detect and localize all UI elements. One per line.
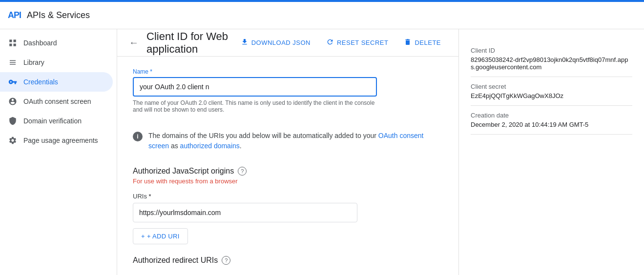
info-text-1: The domains of the URIs you add below wi… [148,132,378,139]
sidebar-item-credentials[interactable]: Credentials [0,72,113,92]
page-title: Client ID for Web application [146,30,235,56]
sidebar-label-page-usage: Page usage agreements [23,137,98,144]
sidebar-item-domain-verification[interactable]: Domain verification [0,111,113,131]
name-hint: The name of your OAuth 2.0 client. This … [133,99,377,113]
sidebar-label-library: Library [23,59,44,66]
client-id-row: Client ID 829635038242-drf2vp98013ojkn0k… [471,41,632,77]
redirect-title: Authorized redirect URIs ? [133,256,443,265]
uris-label: URIs * [133,193,443,200]
redirect-section: Authorized redirect URIs ? [133,256,443,265]
api-logo: API [8,10,21,20]
reset-secret-button[interactable]: RESET SECRET [320,34,394,51]
add-uri-label: + ADD URI [147,233,180,240]
bars-icon [8,58,18,67]
authorized-domains-link[interactable]: authorized domains [180,142,240,150]
client-secret-value: EzE4pjQQlTgKkWGagOwX8JOz [471,92,632,99]
creation-date-row: Creation date December 2, 2020 at 10:44:… [471,106,632,135]
info-banner-text: The domains of the URIs you add below wi… [148,131,443,151]
grid-icon [8,38,18,48]
js-origins-title-text: Authorized JavaScript origins [133,167,234,176]
sidebar-label-oauth: OAuth consent screen [23,98,91,105]
sidebar-item-page-usage[interactable]: Page usage agreements [0,131,113,150]
download-json-label: DOWNLOAD JSON [251,39,311,46]
content-area: Name * The name of your OAuth 2.0 client… [117,57,458,275]
js-origins-title: Authorized JavaScript origins ? [133,167,443,176]
info-panel: Client ID 829635038242-drf2vp98013ojkn0k… [458,29,644,275]
info-text-2: as [169,142,180,150]
sidebar-item-library[interactable]: Library [0,53,113,72]
creation-date-label: Creation date [471,112,632,119]
download-icon [241,38,249,47]
client-secret-label: Client secret [471,83,632,90]
sidebar: Dashboard Library Credentials [0,29,117,275]
sidebar-item-dashboard[interactable]: Dashboard [0,33,113,53]
client-secret-row: Client secret EzE4pjQQlTgKkWGagOwX8JOz [471,77,632,106]
reset-secret-label: RESET SECRET [337,39,388,46]
redirect-title-text: Authorized redirect URIs [133,256,218,265]
delete-label: DELETE [415,39,441,46]
person-icon [8,97,18,106]
shield-icon [8,116,18,126]
key-icon [8,77,18,87]
js-origins-subtitle: For use with requests from a browser [133,177,443,185]
download-json-button[interactable]: DOWNLOAD JSON [235,34,316,51]
client-id-label: Client ID [471,47,632,54]
redirect-help-icon[interactable]: ? [222,256,230,265]
info-text-3: . [240,142,242,150]
name-field-group: Name * The name of your OAuth 2.0 client… [133,68,443,113]
name-input[interactable] [133,77,377,97]
sidebar-label-credentials: Credentials [23,78,58,86]
info-circle-icon: i [133,132,143,141]
name-label: Name * [133,68,443,75]
settings-icon [8,136,18,145]
back-button[interactable]: ← [129,37,139,48]
sidebar-label-dashboard: Dashboard [23,39,57,47]
form-section: Name * The name of your OAuth 2.0 client… [117,57,458,275]
delete-button[interactable]: DELETE [398,34,447,51]
uri-input[interactable] [133,203,357,222]
add-uri-button[interactable]: + + ADD URI [133,228,188,244]
delete-icon [404,38,412,47]
add-uri-plus-icon: + [141,233,145,240]
reset-icon [326,38,334,47]
app-title: APIs & Services [27,10,90,20]
content-header: ← Client ID for Web application DOWNLOAD… [117,29,458,57]
header-actions: DOWNLOAD JSON RESET SECRET DELETE [235,34,447,51]
client-id-value: 829635038242-drf2vp98013ojkn0k2qn5vtf8iq… [471,56,632,71]
uris-label-text: URIs * [133,193,151,200]
js-origins-help-icon[interactable]: ? [238,167,247,176]
sidebar-item-oauth-consent[interactable]: OAuth consent screen [0,92,113,111]
creation-date-value: December 2, 2020 at 10:44:19 AM GMT-5 [471,121,632,128]
sidebar-label-domain: Domain verification [23,117,82,125]
info-banner: i The domains of the URIs you add below … [133,123,443,159]
